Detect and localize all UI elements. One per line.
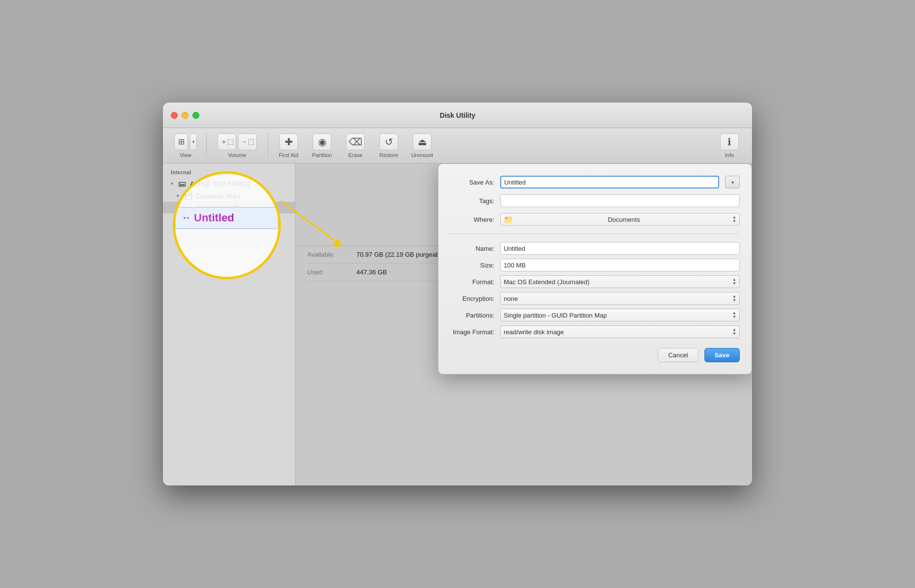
where-select-arrows: ▲▼ [732,215,736,223]
format-select-arrows: ▲▼ [732,278,736,286]
main-window: Disk Utility ⊞ ▾ View ＋⬚ －⬚ Volume ✚ Fir… [163,103,752,485]
sidebar-item-label-container: Container disk1 [196,192,241,200]
toolbar-group-view: ⊞ ▾ View [171,134,200,158]
sidebar-item-label-ssd: APPLE SSD SM0512... [190,180,256,187]
window-title: Disk Utility [440,111,475,119]
sidebar-section-internal: Internal [163,167,295,177]
name-input[interactable] [500,242,740,255]
minimize-button[interactable] [182,112,188,119]
toolbar-separator-2 [268,134,268,158]
restore-label: Restore [379,152,399,158]
save-as-label: Save As: [450,179,494,186]
view-button[interactable]: ⊞ [174,134,188,150]
close-button[interactable] [171,112,178,119]
main-content: Internal ▾ 🖴 APPLE SSD SM0512... ▾ 💾 Con… [163,163,752,485]
dialog-separator [450,234,740,234]
container-icon: 💾 [184,192,192,200]
tags-row: Tags: [450,194,740,207]
partitions-select-arrows: ▲▼ [732,311,736,319]
window-controls [171,112,199,119]
maximize-button[interactable] [192,112,199,119]
format-value: Mac OS Extended (Journaled) [504,278,590,286]
where-folder-icon: 📁 [504,215,513,224]
firstaid-label: First Aid [279,152,298,158]
encryption-select[interactable]: none ▲▼ [500,292,740,305]
volume-label: Volume [228,152,246,158]
detail-area: 500.07 GB SHARED BY 4 VOLUMES 8.78 GB fr… [296,163,752,485]
save-as-input[interactable] [500,176,719,188]
sidebar-item-label-macos: Macintosh HD [199,204,239,212]
image-format-select[interactable]: read/write disk image ▲▼ [500,325,740,338]
format-select[interactable]: Mac OS Extended (Journaled) ▲▼ [500,275,740,288]
size-label: Size: [450,262,494,269]
where-label: Where: [450,216,494,223]
toolbar-group-restore: ↺ Restore [374,134,404,158]
volume-icon: 💿 [187,204,195,212]
where-value: Documents [608,216,640,223]
info-label: Info [725,152,734,158]
name-label: Name: [450,245,494,252]
format-label: Format: [450,278,494,286]
unmount-label: Unmount [411,152,433,158]
toolbar-separator-1 [206,134,207,158]
modal-overlay: Save As: ▾ Tags: Where: 📁 Docu [296,163,752,485]
dialog-buttons: Cancel Save [450,348,740,362]
partitions-row: Partitions: Single partition - GUID Part… [450,309,740,321]
volume-remove-button[interactable]: －⬚ [238,134,257,150]
image-format-label: Image Format: [450,328,494,336]
save-dialog: Save As: ▾ Tags: Where: 📁 Docu [438,163,752,374]
sidebar: Internal ▾ 🖴 APPLE SSD SM0512... ▾ 💾 Con… [163,163,296,485]
encryption-select-arrows: ▲▼ [732,294,736,302]
sidebar-item-container[interactable]: ▾ 💾 Container disk1 [163,190,295,202]
title-bar: Disk Utility [163,103,752,128]
erase-button[interactable]: ⌫ [346,134,365,150]
view-label: View [180,152,191,158]
size-input[interactable] [500,259,740,271]
format-row: Format: Mac OS Extended (Journaled) ▲▼ [450,275,740,288]
encryption-value: none [504,295,518,302]
encryption-label: Encryption: [450,295,494,302]
firstaid-button[interactable]: ✚ [279,134,298,150]
size-row: Size: [450,259,740,271]
toolbar: ⊞ ▾ View ＋⬚ －⬚ Volume ✚ First Aid ◉ Part… [163,128,752,163]
encryption-row: Encryption: none ▲▼ [450,292,740,305]
volume-add-button[interactable]: ＋⬚ [217,134,236,150]
disclosure-arrow-container: ▾ [177,193,179,198]
info-button[interactable]: ℹ [720,134,739,150]
toolbar-group-unmount: ⏏ Unmount [407,134,437,158]
dialog-fields-section: Name: Size: Format: Mac OS Extend [450,242,740,338]
toolbar-group-partition: ◉ Partition [307,134,337,158]
where-row: Where: 📁 Documents ▲▼ [450,213,740,226]
image-format-select-arrows: ▲▼ [732,328,736,336]
erase-label: Erase [349,152,363,158]
disk-icon: 🖴 [178,179,186,188]
partitions-value: Single partition - GUID Partition Map [504,312,607,319]
image-format-row: Image Format: read/write disk image ▲▼ [450,325,740,338]
view-dropdown-arrow[interactable]: ▾ [190,134,197,150]
disclosure-arrow-ssd: ▾ [171,181,173,186]
sidebar-item-macintosh-hd[interactable]: 💿 Macintosh HD [163,202,295,214]
image-format-value: read/write disk image [504,328,564,336]
partition-button[interactable]: ◉ [313,134,331,150]
view-icon: ⊞ [178,137,185,146]
toolbar-group-erase: ⌫ Erase [341,134,370,158]
tags-input[interactable] [500,194,740,207]
toolbar-group-info: ℹ Info [715,134,744,158]
partitions-select[interactable]: Single partition - GUID Partition Map ▲▼ [500,309,740,321]
where-select[interactable]: 📁 Documents ▲▼ [500,213,740,226]
partitions-label: Partitions: [450,312,494,319]
partition-label: Partition [312,152,332,158]
save-as-dropdown-button[interactable]: ▾ [725,176,740,188]
cancel-button[interactable]: Cancel [658,348,698,362]
save-button[interactable]: Save [704,348,740,362]
name-row: Name: [450,242,740,255]
sidebar-item-apple-ssd[interactable]: ▾ 🖴 APPLE SSD SM0512... [163,177,295,190]
tags-label: Tags: [450,197,494,205]
unmount-button[interactable]: ⏏ [413,134,431,150]
save-as-row: Save As: ▾ [450,176,740,188]
restore-button[interactable]: ↺ [379,134,398,150]
toolbar-group-firstaid: ✚ First Aid [274,134,303,158]
toolbar-group-volume: ＋⬚ －⬚ Volume [213,134,262,158]
